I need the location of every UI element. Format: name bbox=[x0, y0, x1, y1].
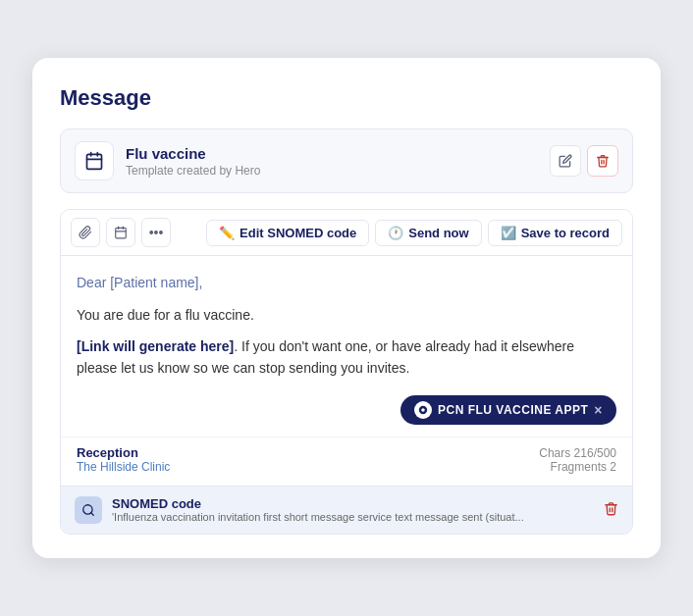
page-title: Message bbox=[60, 85, 633, 111]
meta-left: Reception The Hillside Clinic bbox=[77, 445, 170, 474]
meta-right: Chars 216/500 Fragments 2 bbox=[539, 446, 616, 474]
tag-icon bbox=[414, 401, 432, 419]
chars-label: Chars bbox=[539, 446, 570, 460]
check-icon: ☑️ bbox=[501, 226, 516, 240]
snomed-delete-button[interactable] bbox=[604, 501, 618, 519]
message-line1: You are due for a flu vaccine. bbox=[77, 304, 616, 326]
svg-line-7 bbox=[91, 512, 94, 515]
template-actions bbox=[550, 145, 618, 177]
snomed-row: SNOMED code 'Influenza vaccination invit… bbox=[61, 486, 632, 534]
delete-template-button[interactable] bbox=[587, 145, 618, 177]
snomed-description: 'Influenza vaccination invitation first … bbox=[112, 511, 594, 523]
compose-area: ••• ✏️ Edit SNOMED code 🕐 Send now ☑️ Sa… bbox=[60, 209, 633, 535]
template-created-by: Template created by Hero bbox=[126, 164, 550, 178]
template-info: Flu vaccine Template created by Hero bbox=[126, 145, 550, 178]
template-row: Flu vaccine Template created by Hero bbox=[60, 128, 633, 193]
message-body: Dear [Patient name], You are due for a f… bbox=[61, 256, 632, 395]
svg-rect-1 bbox=[116, 229, 127, 239]
tag-row: PCN FLU VACCINE APPT × bbox=[61, 395, 632, 436]
clock-icon: 🕐 bbox=[388, 226, 403, 240]
meta-row: Reception The Hillside Clinic Chars 216/… bbox=[61, 436, 632, 486]
fragments-count: Fragments 2 bbox=[539, 460, 616, 474]
snomed-info: SNOMED code 'Influenza vaccination invit… bbox=[112, 496, 594, 523]
chars-value: 216/500 bbox=[574, 446, 616, 460]
chars-count: Chars 216/500 bbox=[539, 446, 616, 460]
snomed-title: SNOMED code bbox=[112, 496, 594, 511]
svg-rect-0 bbox=[87, 155, 102, 170]
template-name: Flu vaccine bbox=[126, 145, 550, 162]
message-link-bold: [Link will generate here] bbox=[77, 338, 234, 354]
template-icon bbox=[75, 141, 114, 180]
edit-template-button[interactable] bbox=[550, 145, 581, 177]
toolbar: ••• ✏️ Edit SNOMED code 🕐 Send now ☑️ Sa… bbox=[61, 210, 632, 256]
clinic-name: The Hillside Clinic bbox=[77, 460, 170, 474]
pencil-icon: ✏️ bbox=[219, 226, 235, 240]
more-button[interactable]: ••• bbox=[141, 218, 171, 247]
sender-name: Reception bbox=[77, 445, 170, 460]
calendar-button[interactable] bbox=[106, 218, 135, 247]
edit-snomed-button[interactable]: ✏️ Edit SNOMED code bbox=[206, 220, 369, 246]
attachment-button[interactable] bbox=[71, 218, 100, 247]
fragments-label: Fragments bbox=[551, 460, 607, 474]
tag-close-button[interactable]: × bbox=[594, 402, 603, 418]
message-greeting: Dear [Patient name], bbox=[77, 272, 616, 293]
save-to-record-button[interactable]: ☑️ Save to record bbox=[488, 220, 622, 246]
send-now-button[interactable]: 🕐 Send now bbox=[375, 220, 481, 246]
message-line2: [Link will generate here]. If you don't … bbox=[77, 335, 616, 380]
snomed-icon bbox=[75, 496, 102, 524]
pcn-tag: PCN FLU VACCINE APPT × bbox=[400, 395, 616, 425]
message-card: Message Flu vaccine Template created by … bbox=[32, 58, 661, 558]
tag-label: PCN FLU VACCINE APPT bbox=[438, 403, 588, 417]
fragments-value: 2 bbox=[610, 460, 616, 474]
